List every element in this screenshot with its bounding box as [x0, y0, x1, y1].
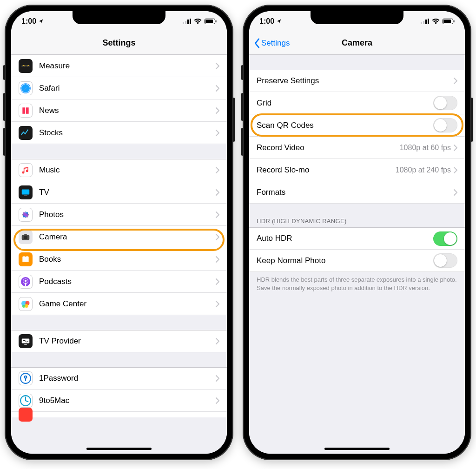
row-gamecenter[interactable]: Game Center	[11, 293, 227, 315]
row-preserve-settings[interactable]: Preserve Settings	[249, 70, 465, 92]
camera-settings-list[interactable]: Preserve Settings Grid Scan QR Codes Rec…	[249, 55, 465, 454]
row-record-video[interactable]: Record Video 1080p at 60 fps	[249, 137, 465, 159]
phone-frame-right: 1:00 Settings Camera Preserve Settings	[243, 5, 471, 460]
row-safari[interactable]: Safari	[11, 77, 227, 99]
battery-icon	[443, 19, 455, 24]
row-cutoff[interactable]	[11, 412, 227, 417]
row-record-slomo[interactable]: Record Slo-mo 1080p at 240 fps	[249, 159, 465, 181]
row-label: Stocks	[39, 128, 216, 138]
row-grid[interactable]: Grid	[249, 92, 465, 114]
svg-rect-32	[24, 344, 27, 344]
row-label: Grid	[257, 99, 433, 108]
chevron-right-icon	[454, 167, 457, 173]
nineto5mac-icon	[19, 394, 33, 408]
row-stocks[interactable]: Stocks	[11, 122, 227, 144]
tvprovider-icon	[19, 334, 33, 348]
row-label: TV	[39, 188, 216, 197]
wifi-icon	[194, 19, 202, 24]
toggle-keep-normal[interactable]	[433, 253, 457, 268]
row-label: Books	[39, 255, 216, 264]
chevron-right-icon	[216, 301, 219, 307]
row-label: TV Provider	[39, 337, 216, 346]
toggle-scan-qr[interactable]	[433, 118, 457, 132]
chevron-right-icon	[216, 256, 219, 263]
row-1password[interactable]: 1Password	[11, 367, 227, 390]
row-tvprovider[interactable]: TV Provider	[11, 330, 227, 352]
home-indicator[interactable]	[324, 448, 390, 450]
row-measure[interactable]: Measure	[11, 55, 227, 77]
stocks-icon	[19, 126, 33, 140]
chevron-right-icon	[216, 63, 219, 69]
chevron-right-icon	[216, 211, 219, 218]
hdr-footer-note: HDR blends the best parts of three separ…	[249, 272, 465, 296]
chevron-right-icon	[216, 375, 219, 382]
svg-rect-35	[25, 378, 26, 381]
chevron-right-icon	[216, 167, 219, 173]
row-music[interactable]: Music	[11, 159, 227, 181]
settings-list[interactable]: Measure Safari News Stocks	[11, 55, 227, 454]
row-label: Preserve Settings	[257, 76, 454, 86]
svg-rect-40	[428, 19, 429, 24]
row-label: Photos	[39, 210, 216, 219]
back-button[interactable]: Settings	[254, 38, 290, 48]
safari-icon	[19, 81, 33, 95]
home-indicator[interactable]	[86, 448, 152, 450]
chevron-right-icon	[216, 85, 219, 92]
page-title: Camera	[342, 38, 372, 48]
row-podcasts[interactable]: Podcasts	[11, 271, 227, 293]
row-label: Auto HDR	[257, 234, 433, 243]
svg-rect-11	[22, 189, 30, 194]
back-label: Settings	[261, 39, 290, 48]
svg-rect-42	[443, 20, 451, 23]
svg-point-10	[21, 84, 30, 92]
svg-point-29	[25, 304, 28, 308]
camera-icon	[19, 230, 33, 244]
row-label: 1Password	[39, 374, 216, 383]
toggle-grid[interactable]	[433, 96, 457, 110]
row-label: Record Video	[257, 143, 400, 152]
measure-icon	[19, 59, 33, 73]
row-camera[interactable]: Camera	[11, 226, 227, 248]
svg-rect-23	[24, 234, 27, 235]
chevron-right-icon	[216, 234, 219, 240]
location-icon	[38, 19, 44, 24]
row-9to5mac[interactable]: 9to5Mac	[11, 390, 227, 412]
podcasts-icon	[19, 275, 33, 289]
chevron-right-icon	[216, 107, 219, 114]
row-label: News	[39, 106, 216, 115]
location-icon	[276, 19, 282, 24]
svg-rect-6	[216, 20, 217, 23]
notch	[311, 11, 403, 24]
row-detail: 1080p at 60 fps	[400, 144, 451, 152]
row-label: Record Slo-mo	[257, 165, 396, 175]
cellular-icon	[183, 19, 191, 24]
svg-rect-37	[421, 22, 422, 24]
wifi-icon	[432, 19, 440, 24]
chevron-right-icon	[216, 278, 219, 285]
row-tv[interactable]: TV	[11, 181, 227, 204]
row-label: Safari	[39, 84, 216, 93]
row-photos[interactable]: Photos	[11, 204, 227, 226]
svg-point-22	[24, 236, 27, 239]
svg-point-25	[25, 279, 26, 281]
toggle-auto-hdr[interactable]	[433, 231, 457, 246]
phone-frame-left: 1:00 Settings Measure Safari	[5, 5, 233, 460]
chevron-right-icon	[454, 189, 457, 196]
chevron-right-icon	[454, 78, 457, 84]
status-time: 1:00	[259, 17, 274, 26]
chevron-right-icon	[216, 397, 219, 404]
row-books[interactable]: Books	[11, 248, 227, 271]
row-label: Music	[39, 165, 216, 175]
row-formats[interactable]: Formats	[249, 181, 465, 204]
row-keep-normal-photo[interactable]: Keep Normal Photo	[249, 250, 465, 272]
row-label: Keep Normal Photo	[257, 256, 433, 265]
row-label: 9to5Mac	[39, 396, 216, 405]
row-news[interactable]: News	[11, 99, 227, 122]
svg-rect-2	[187, 20, 189, 24]
row-scan-qr[interactable]: Scan QR Codes	[249, 114, 465, 137]
chevron-right-icon	[216, 189, 219, 196]
navbar-camera: Settings Camera	[249, 32, 465, 55]
row-auto-hdr[interactable]: Auto HDR	[249, 227, 465, 250]
svg-rect-1	[185, 21, 186, 24]
chevron-right-icon	[216, 338, 219, 344]
